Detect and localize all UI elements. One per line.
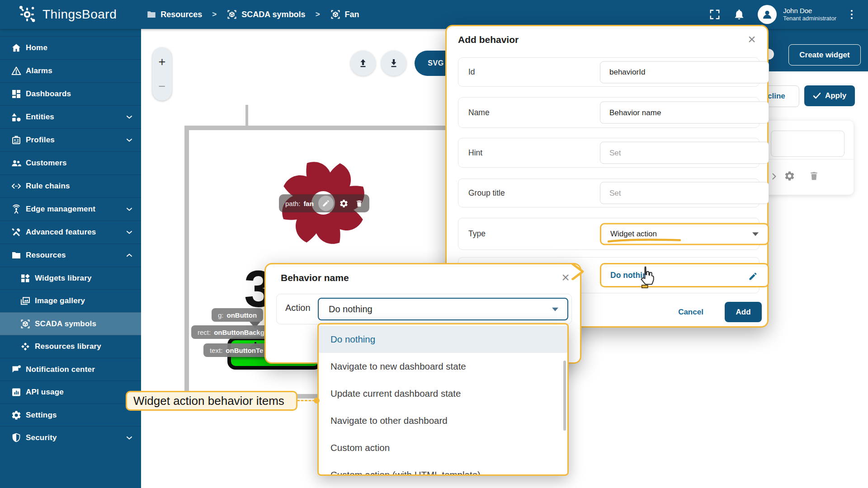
- element-delete-trash-icon[interactable]: [355, 199, 363, 208]
- tour-connector-line: [297, 400, 315, 401]
- add-button[interactable]: Add: [725, 302, 762, 322]
- zoom-out-button[interactable]: −: [152, 75, 172, 97]
- action-select[interactable]: Do nothing: [318, 298, 568, 320]
- rule-chain-icon: [11, 181, 22, 192]
- sidebar-nav: Home Alarms Dashboards Entities Profiles…: [0, 29, 141, 488]
- sidebar-item-image-gallery[interactable]: Image gallery: [0, 289, 141, 312]
- download-icon: [388, 58, 399, 69]
- create-widget-button[interactable]: Create widget: [788, 44, 861, 66]
- download-button[interactable]: [381, 51, 406, 76]
- home-icon: [11, 42, 22, 53]
- type-select[interactable]: Widget action: [600, 223, 769, 245]
- sidebar-item-scada-symbols[interactable]: SCADA symbols: [0, 312, 141, 335]
- field-row-id: Id behaviorId: [458, 57, 760, 87]
- widget-action-link-row[interactable]: Do nothing: [600, 263, 769, 287]
- sidebar-item-profiles[interactable]: Profiles: [0, 128, 141, 151]
- upload-button[interactable]: [350, 51, 376, 76]
- more-menu-icon[interactable]: [849, 8, 854, 21]
- option-do-nothing[interactable]: Do nothing: [319, 326, 567, 353]
- sidebar-item-resources[interactable]: Resources: [0, 244, 141, 267]
- dashboard-icon: [11, 89, 22, 99]
- widgets-icon: [20, 273, 31, 284]
- element-tag-onbutton-background[interactable]: rect: onButtonBackgr: [191, 325, 274, 339]
- sidebar-item-home[interactable]: Home: [0, 36, 141, 59]
- element-settings-gear-icon[interactable]: [339, 199, 349, 208]
- option-navigate-other-dashboard[interactable]: Navigate to other dashboard: [319, 407, 567, 434]
- thingsboard-logo-icon: [17, 5, 37, 24]
- row-delete-trash-icon[interactable]: [808, 170, 820, 182]
- notifications-bell-icon[interactable]: [733, 9, 745, 20]
- shield-icon: [11, 432, 22, 443]
- close-icon[interactable]: ×: [745, 33, 759, 46]
- chevron-down-icon: [552, 308, 558, 311]
- field-row-hint: Hint Set: [458, 138, 760, 168]
- sidebar-item-alarms[interactable]: Alarms: [0, 59, 141, 82]
- tour-bubble-tail: [571, 263, 585, 280]
- sidebar-item-settings[interactable]: Settings: [0, 404, 141, 427]
- scada-symbol-icon: [330, 9, 341, 20]
- option-navigate-new-state[interactable]: Navigate to new dashboard state: [319, 353, 567, 380]
- zoom-in-button[interactable]: +: [152, 51, 172, 73]
- sidebar-item-entities[interactable]: Entities: [0, 105, 141, 128]
- zoom-control: + −: [152, 47, 172, 101]
- cancel-button[interactable]: Cancel: [673, 302, 709, 322]
- breadcrumb-resources[interactable]: Resources: [146, 9, 202, 19]
- gallery-icon: [20, 296, 31, 306]
- id-input[interactable]: behaviorId: [600, 61, 769, 83]
- edit-pencil-icon[interactable]: [748, 272, 758, 281]
- chevron-right-icon[interactable]: [769, 172, 778, 181]
- chevron-down-icon: [125, 113, 134, 122]
- sidebar-item-resources-library[interactable]: Resources library: [0, 335, 141, 358]
- breadcrumb-fan[interactable]: Fan: [330, 9, 359, 20]
- user-info: John Doe Tenant administrator: [783, 7, 836, 23]
- antenna-icon: [11, 204, 22, 215]
- dialog-title: Add behavior: [458, 34, 519, 45]
- chevron-down-icon: [125, 205, 134, 214]
- tour-connector-dot: [314, 398, 320, 404]
- group-title-input[interactable]: Set: [600, 182, 769, 204]
- user-name: John Doe: [783, 7, 836, 15]
- diamonds-icon: [20, 341, 31, 352]
- name-input[interactable]: Behavior name: [600, 102, 769, 124]
- chevron-down-icon: [125, 228, 134, 237]
- warning-icon: [11, 66, 22, 76]
- option-update-current-state[interactable]: Update current dashboard state: [319, 380, 567, 407]
- breadcrumb-separator: >: [316, 10, 320, 19]
- hint-input[interactable]: Set: [600, 142, 769, 164]
- edit-element-button[interactable]: [318, 196, 334, 211]
- option-custom-action[interactable]: Custom action: [319, 434, 567, 461]
- sidebar-item-customers[interactable]: Customers: [0, 151, 141, 174]
- app-name: ThingsBoard: [42, 7, 117, 22]
- sidebar-item-security[interactable]: Security: [0, 426, 141, 449]
- check-icon: [813, 92, 821, 99]
- element-tag-onbutton-text[interactable]: text: onButtonTe: [203, 343, 269, 357]
- dropdown-scrollbar[interactable]: [563, 361, 566, 431]
- sidebar-item-dashboards[interactable]: Dashboards: [0, 82, 141, 105]
- sidebar-item-advanced-features[interactable]: Advanced features: [0, 221, 141, 244]
- sidebar-item-rule-chains[interactable]: Rule chains: [0, 174, 141, 197]
- canvas-frame-top: [184, 126, 448, 130]
- person-icon: [760, 8, 774, 21]
- sidebar-item-edge-management[interactable]: Edge management: [0, 197, 141, 221]
- folder-icon: [11, 250, 22, 261]
- people-icon: [11, 158, 22, 169]
- sidebar-item-api-usage[interactable]: API usage: [0, 380, 141, 404]
- canvas-frame-handle[interactable]: [245, 105, 248, 126]
- row-settings-gear-icon[interactable]: [784, 170, 795, 182]
- option-custom-action-html[interactable]: Custom action (with HTML template): [319, 461, 567, 476]
- fullscreen-icon[interactable]: [709, 9, 721, 20]
- user-avatar[interactable]: [758, 5, 777, 24]
- app-logo[interactable]: ThingsBoard: [17, 5, 117, 24]
- action-label: Action: [285, 303, 311, 313]
- chart-box-icon: [11, 387, 22, 398]
- behavior-row-field[interactable]: [771, 131, 844, 157]
- sidebar-item-widgets-library[interactable]: Widgets library: [0, 267, 141, 290]
- element-tag-onbutton-group[interactable]: g: onButton: [212, 308, 263, 322]
- canvas-frame-left: [184, 126, 189, 399]
- app-window: ThingsBoard Resources > SCADA symbols >: [0, 0, 868, 488]
- sidebar-item-notification-center[interactable]: Notification center: [0, 358, 141, 381]
- breadcrumb-scada-symbols[interactable]: SCADA symbols: [226, 9, 305, 20]
- pencil-icon: [322, 199, 330, 207]
- apply-button[interactable]: Apply: [804, 85, 855, 106]
- chevron-down-icon: [125, 136, 134, 145]
